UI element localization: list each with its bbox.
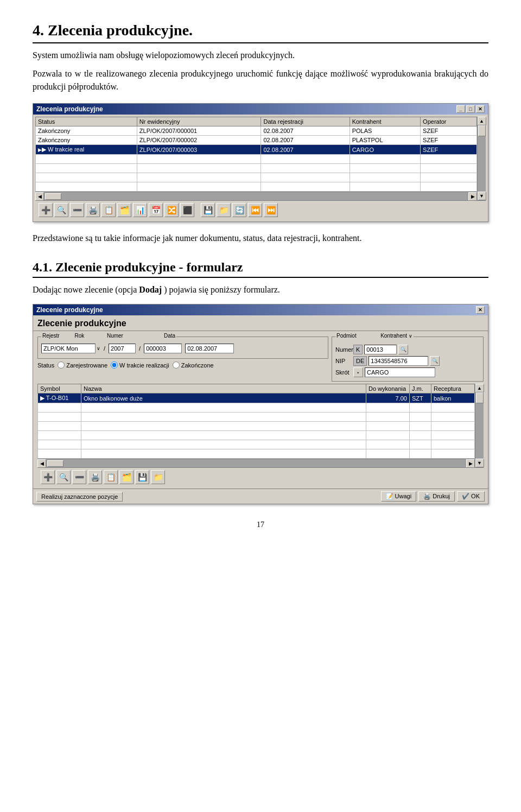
form-save-btn[interactable]: 💾 [135, 470, 149, 484]
table-row-empty [36, 182, 477, 192]
list-table-wrap: Status Nr ewidencyjny Data rejestracji K… [35, 117, 477, 200]
scroll-down-btn[interactable]: ▼ [478, 192, 486, 200]
uwagi-label: Uwagi [395, 493, 412, 499]
add-button[interactable]: ➕ [39, 203, 53, 217]
col-kontrahent: Kontrahent [350, 117, 420, 126]
status-radio-zakonczone[interactable]: Zakończone [173, 361, 214, 369]
drukuj-button[interactable]: 🖨️ Drukuj [418, 491, 455, 502]
print-button[interactable]: 🖨️ [86, 203, 100, 217]
detail-scroll-left[interactable]: ◀ [37, 459, 46, 468]
nip-input[interactable] [368, 356, 428, 366]
cell-status: Zakończony [36, 126, 137, 136]
realizuj-button[interactable]: Realizuj zaznaczone pozycje [36, 492, 123, 502]
chart-button[interactable]: 📊 [133, 203, 147, 217]
list-window-content: Status Nr ewidencyjny Data rejestracji K… [33, 115, 488, 221]
scroll-right-btn[interactable]: ▶ [468, 192, 477, 201]
data-input[interactable] [185, 344, 234, 353]
save-button[interactable]: 💾 [201, 203, 215, 217]
col-nazwa: Nazwa [81, 384, 366, 394]
form-folder-btn[interactable]: 📁 [151, 470, 165, 484]
list-window-title: Zlecenia produkcyjne [36, 105, 103, 113]
radio-wtrakcie[interactable] [111, 361, 118, 369]
uwagi-button[interactable]: 📝 Uwagi [381, 491, 417, 502]
form-close-button[interactable]: ✕ [476, 306, 485, 314]
vertical-scrollbar[interactable]: ▲ ▼ [477, 117, 486, 200]
maximize-button[interactable]: □ [466, 105, 475, 113]
detail-scroll-thumb[interactable] [476, 392, 484, 403]
table-row[interactable]: ▶ W trakcie real ZLP/OK/2007/000003 02.0… [36, 145, 477, 155]
col-data: Data rejestracji [261, 117, 350, 126]
list-window: Zlecenia produkcyjne _ □ ✕ Status Nr ewi… [33, 103, 488, 222]
minimize-button[interactable]: _ [456, 105, 465, 113]
form-window-titlebar: Zlecenie produkcyjne ✕ [33, 304, 488, 315]
detail-cell-receptura: balkon [431, 394, 475, 403]
skrot-input[interactable] [365, 367, 435, 377]
detail-h-scrollbar[interactable]: ◀ ▶ [37, 459, 475, 467]
search-button[interactable]: 🔍 [54, 203, 68, 217]
skrot-action-btn[interactable]: ▪ [353, 367, 363, 377]
delete-button[interactable]: ➖ [70, 203, 84, 217]
detail-row[interactable]: ▶ T-O-B01 Okno balkonowe duże 7.00 SZT b… [38, 394, 475, 403]
first-button[interactable]: ⏮️ [248, 203, 262, 217]
detail-header-row: Symbol Nazwa Do wykonania J.m. Receptura [38, 384, 475, 394]
cell-operator: SZEF [421, 126, 477, 136]
nip-btn[interactable]: 🔍 [430, 356, 440, 366]
cell-data: 02.08.2007 [261, 145, 350, 155]
detail-row-empty [38, 403, 475, 413]
detail-table-wrap: Symbol Nazwa Do wykonania J.m. Receptura… [37, 384, 475, 467]
subsection-heading: 4.1. Zlecenie produkcyjne - formularz [33, 260, 488, 278]
refresh-button[interactable]: 🔄 [232, 203, 246, 217]
form-copy-btn[interactable]: 📋 [104, 470, 118, 484]
cell-kontrahent: POLAS [350, 126, 420, 136]
col-status: Status [36, 117, 137, 126]
form-search-btn[interactable]: 🔍 [56, 470, 71, 484]
k-code: K [353, 345, 363, 354]
detail-row-empty [38, 413, 475, 422]
block-button[interactable]: ⬛ [180, 203, 194, 217]
detail-row-empty [38, 422, 475, 431]
folder-button[interactable]: 🗂️ [117, 203, 131, 217]
detail-scroll-right[interactable]: ▶ [466, 459, 475, 468]
status-radio-wtrakcie[interactable]: W trakcie realizacji [111, 361, 169, 369]
form-toolbar: ➕ 🔍 ➖ 🖨️ 📋 🗂️ 💾 📁 [37, 467, 484, 486]
nip-code: DE [353, 356, 367, 366]
drukuj-label: Drukuj [433, 493, 450, 499]
status-radio-zarejestrowane[interactable]: Zarejestrowane [58, 361, 107, 369]
podmiot-label: Podmiot Kontrahent ∨ [335, 333, 414, 339]
form-delete-btn[interactable]: ➖ [72, 470, 86, 484]
detail-scroll-thumb-h[interactable] [47, 460, 63, 467]
detail-v-scrollbar[interactable]: ▲ ▼ [475, 384, 484, 467]
k-search-btn[interactable]: 🔍 [398, 345, 408, 354]
list-area: Status Nr ewidencyjny Data rejestracji K… [35, 117, 486, 200]
close-button[interactable]: ✕ [476, 105, 485, 113]
scroll-thumb[interactable] [478, 125, 486, 136]
radio-zakonczone[interactable] [173, 361, 180, 369]
scroll-left-btn[interactable]: ◀ [35, 192, 44, 201]
radio-zarejestrowane[interactable] [58, 361, 65, 369]
copy-button[interactable]: 📋 [101, 203, 116, 217]
calendar-button[interactable]: 📅 [149, 203, 163, 217]
rok-input[interactable] [109, 344, 136, 353]
table-row[interactable]: Zakończony ZLP/OK/2007/000001 02.08.2007… [36, 126, 477, 136]
form-grid-btn[interactable]: 🗂️ [119, 470, 134, 484]
numer-k-label: Numer [335, 346, 352, 353]
rejestr-input[interactable] [41, 344, 96, 353]
table-row[interactable]: Zakończony ZLP/OK/2007/000002 02.08.2007… [36, 136, 477, 145]
horizontal-scrollbar[interactable]: ◀ ▶ [35, 192, 477, 200]
numer-input[interactable] [144, 344, 182, 353]
detail-scroll-down[interactable]: ▼ [475, 459, 484, 467]
scroll-up-btn[interactable]: ▲ [478, 117, 486, 125]
table-row-empty [36, 155, 477, 164]
form-print-btn[interactable]: 🖨️ [88, 470, 102, 484]
last-button[interactable]: ⏭️ [264, 203, 278, 217]
filter-button[interactable]: 🔀 [164, 203, 179, 217]
cell-data: 02.08.2007 [261, 136, 350, 145]
scroll-thumb-h[interactable] [45, 193, 61, 200]
detail-scroll-up[interactable]: ▲ [475, 384, 484, 392]
form-add-btn[interactable]: ➕ [41, 470, 55, 484]
ok-button[interactable]: ✔️ OK [457, 491, 485, 502]
k-value-input[interactable] [364, 345, 397, 354]
rejestr-dropdown-icon[interactable]: ∨ [97, 346, 100, 351]
open-button[interactable]: 📁 [217, 203, 231, 217]
form-inner-title: Zlecenie produkcyjne [33, 315, 488, 331]
